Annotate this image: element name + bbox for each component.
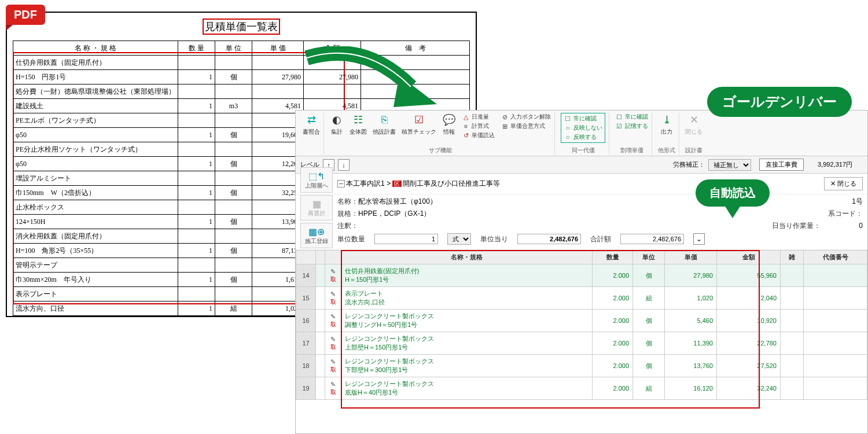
row-qty[interactable]: 2.000 — [593, 264, 633, 287]
always-confirm-label[interactable]: 常に確認 — [573, 115, 597, 123]
row-misc[interactable] — [781, 377, 804, 400]
row-number: 18 — [296, 355, 316, 377]
row-price[interactable]: 13,760 — [665, 355, 717, 377]
row-qty[interactable]: 2.000 — [593, 377, 633, 400]
unit-qty-input[interactable] — [374, 234, 438, 244]
row-code[interactable] — [804, 310, 867, 332]
row-name[interactable]: レジンコンクリート製ボックス上部壁H＝150円形1号 — [341, 332, 593, 355]
level-down-button[interactable]: ↓ — [338, 159, 350, 171]
row-price[interactable]: 1,020 — [665, 287, 717, 310]
row-icon[interactable]: ✎取 — [325, 355, 341, 377]
close-ribbon-button[interactable]: ✕閉じる — [685, 113, 703, 136]
grid-col-unit[interactable]: 単位 — [633, 251, 665, 264]
remember-label[interactable]: 記憶する — [625, 122, 648, 130]
row-icon[interactable]: ✎取 — [325, 377, 341, 400]
row-unit[interactable]: 個 — [633, 355, 665, 377]
crumb-item-2[interactable]: 開削工事及び小口径推進工事等 — [403, 179, 500, 187]
reselect-label: 再選択 — [308, 209, 325, 218]
row-unit[interactable]: 組 — [633, 377, 665, 400]
row-amount[interactable]: 27,520 — [717, 355, 781, 377]
day-work-value: 0 — [822, 222, 863, 230]
grid-col-code[interactable]: 代価番号 — [804, 251, 867, 264]
app-window: ⇄書照合 ◐集計 ☷全体図 ⎘他設計書 ☑積算チェック 💬情報 △日進量 ≡計算… — [295, 110, 868, 434]
formula-label[interactable]: 計算式 — [472, 122, 489, 130]
row-amount[interactable]: 22,780 — [717, 332, 781, 355]
unit-qty-label: 単位数量 — [337, 234, 365, 244]
row-name[interactable]: レジンコンクリート製ボックス調整リングH＝50円形1号 — [341, 310, 593, 332]
day-progress-label[interactable]: 日進量 — [472, 113, 489, 121]
row-price[interactable]: 27,980 — [665, 264, 717, 287]
row-name[interactable]: 表示プレート流水方向,口径 — [341, 287, 593, 310]
input-release-label[interactable]: 入力ボタン解除 — [510, 113, 551, 121]
row-misc[interactable] — [781, 355, 804, 377]
agree-method-label[interactable]: 単価合意方式 — [510, 122, 545, 130]
row-unit[interactable]: 個 — [633, 332, 665, 355]
row-misc[interactable] — [781, 310, 804, 332]
row-unit[interactable]: 個 — [633, 310, 665, 332]
register-button[interactable]: ▦⊕施工登録 — [300, 223, 333, 248]
row-price[interactable]: 11,390 — [665, 332, 717, 355]
info-label: 情報 — [443, 128, 455, 136]
row-number: 19 — [296, 377, 316, 400]
grid-col-amount[interactable]: 金額 — [717, 251, 781, 264]
grid-row[interactable]: 17✎取レジンコンクリート製ボックス上部壁H＝150円形1号2.000個11,3… — [296, 332, 867, 355]
grid-col-name[interactable]: 名称・規格 — [341, 251, 593, 264]
row-code[interactable] — [804, 355, 867, 377]
row-code[interactable] — [804, 377, 867, 400]
row-unit[interactable]: 個 — [633, 264, 665, 287]
row-icon[interactable]: ✎取 — [325, 264, 341, 287]
total-input[interactable] — [620, 234, 684, 244]
unit-qty-unit-select[interactable]: 式 — [447, 233, 471, 245]
row-amount[interactable]: 32,240 — [717, 377, 781, 400]
row-misc[interactable] — [781, 332, 804, 355]
row-name[interactable]: レジンコンクリート製ボックス底版H＝40円形1号 — [341, 377, 593, 400]
no-reflect-label[interactable]: 反映しない — [573, 124, 602, 132]
grid-row[interactable]: 18✎取レジンコンクリート製ボックス下部壁H＝300円形1号2.000個13,7… — [296, 355, 867, 377]
aggregate-label: 集計 — [331, 128, 343, 136]
grid-col-qty[interactable]: 数量 — [593, 251, 633, 264]
grid-row[interactable]: 16✎取レジンコンクリート製ボックス調整リングH＝50円形1号2.000個5,4… — [296, 310, 867, 332]
row-misc[interactable] — [781, 287, 804, 310]
crumb-item-1[interactable]: 本工事内訳1 — [346, 179, 385, 187]
row-qty[interactable]: 2.000 — [593, 310, 633, 332]
close-button[interactable]: ✕ 閉じる — [824, 177, 863, 190]
row-amount[interactable]: 10,920 — [717, 310, 781, 332]
labor-correction-select[interactable]: 補正無し — [708, 159, 751, 171]
always-confirm-2-label[interactable]: 常に確認 — [625, 113, 648, 121]
row-price[interactable]: 5,460 — [665, 310, 717, 332]
row-name[interactable]: 仕切弁用鉄蓋(固定用爪付)H＝150円形1号 — [341, 264, 593, 287]
row-name[interactable]: レジンコンクリート製ボックス下部壁H＝300円形1号 — [341, 355, 593, 377]
row-qty[interactable]: 2.000 — [593, 332, 633, 355]
price-import-label[interactable]: 単価読込 — [472, 131, 495, 139]
row-code[interactable] — [804, 332, 867, 355]
row-code[interactable] — [804, 264, 867, 287]
output-button[interactable]: ⤓出力 — [660, 113, 674, 136]
row-misc[interactable] — [781, 264, 804, 287]
grid-row[interactable]: 14✎取仕切弁用鉄蓋(固定用爪付)H＝150円形1号2.000個27,98055… — [296, 264, 867, 287]
grid-col-misc[interactable]: 雑 — [781, 251, 804, 264]
row-icon[interactable]: ✎取 — [325, 332, 341, 355]
reselect-button[interactable]: ▦再選択 — [300, 195, 333, 220]
row-unit[interactable]: 組 — [633, 287, 665, 310]
per-unit-input[interactable] — [517, 234, 581, 244]
row-amount[interactable]: 2,040 — [717, 287, 781, 310]
grid-col-blank — [316, 251, 325, 264]
row-code[interactable] — [804, 287, 867, 310]
up-layer-button[interactable]: ⬚↰上階層へ — [300, 167, 333, 193]
spec-label: 規格： — [337, 209, 358, 218]
direct-cost-label: 直接工事費 — [759, 159, 804, 171]
row-qty[interactable]: 2.000 — [593, 287, 633, 310]
grid-col-price[interactable]: 単価 — [665, 251, 717, 264]
data-grid[interactable]: 名称・規格 数量 単位 単価 金額 雑 代価番号 14✎取仕切弁用鉄蓋(固定用爪… — [296, 250, 867, 400]
expand-button[interactable]: ⌄ — [693, 233, 705, 245]
row-amount[interactable]: 55,960 — [717, 264, 781, 287]
reflect-label[interactable]: 反映する — [573, 133, 597, 141]
row-icon[interactable]: ✎取 — [325, 287, 341, 310]
grid-row[interactable]: 19✎取レジンコンクリート製ボックス底版H＝40円形1号2.000組16,120… — [296, 377, 867, 400]
row-qty[interactable]: 2.000 — [593, 355, 633, 377]
row-icon[interactable]: ✎取 — [325, 310, 341, 332]
row-price[interactable]: 16,120 — [665, 377, 717, 400]
auto-import-badge: 自動読込 — [696, 179, 770, 207]
pdf-badge: PDF — [6, 5, 45, 25]
grid-row[interactable]: 15✎取表示プレート流水方向,口径2.000組1,0202,040 — [296, 287, 867, 310]
